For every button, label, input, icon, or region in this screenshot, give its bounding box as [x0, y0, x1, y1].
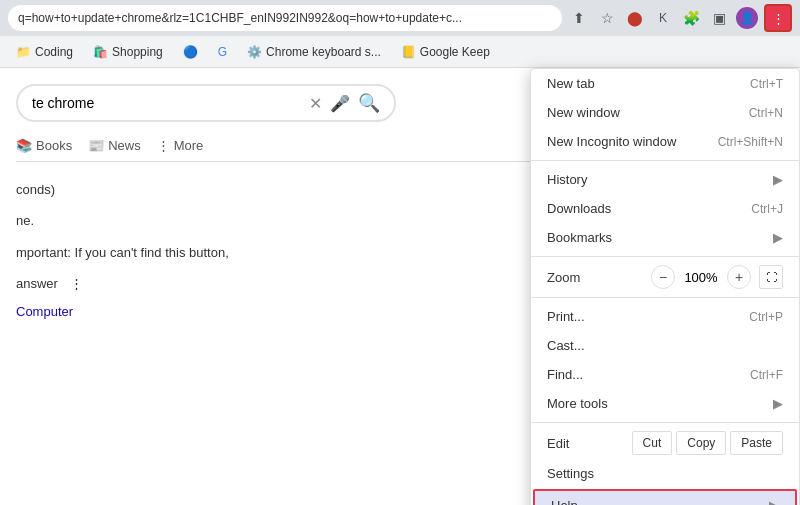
- menu-print[interactable]: Print... Ctrl+P: [531, 302, 799, 331]
- zoom-increase-button[interactable]: +: [727, 265, 751, 289]
- paste-button[interactable]: Paste: [730, 431, 783, 455]
- computer-link[interactable]: Computer: [16, 304, 73, 319]
- tab-more-label: More: [174, 138, 204, 153]
- bookmarks-arrow-icon: ▶: [773, 230, 783, 245]
- chrome-icon: ⚙️: [247, 45, 262, 59]
- new-incognito-label: New Incognito window: [547, 134, 676, 149]
- history-label: History: [547, 172, 587, 187]
- new-incognito-shortcut: Ctrl+Shift+N: [718, 135, 783, 149]
- more-tools-arrow-icon: ▶: [773, 396, 783, 411]
- search-box[interactable]: ✕ 🎤 🔍: [16, 84, 396, 122]
- bookmark-site2[interactable]: G: [210, 42, 235, 62]
- shopping-icon: 🛍️: [93, 45, 108, 59]
- help-label: Help: [551, 498, 578, 505]
- more-icon: ⋮: [157, 138, 170, 153]
- url-bar[interactable]: q=how+to+update+chrome&rlz=1C1CHBF_enIN9…: [8, 5, 562, 31]
- bookmark-shopping[interactable]: 🛍️ Shopping: [85, 42, 171, 62]
- menu-cast[interactable]: Cast...: [531, 331, 799, 360]
- bookmark-star-icon[interactable]: ☆: [596, 7, 618, 29]
- browser-icons: ⬆ ☆ ⬤ K 🧩 ▣ 👤 ⋮: [568, 4, 792, 32]
- avatar-icon[interactable]: 👤: [736, 7, 758, 29]
- menu-bookmarks[interactable]: Bookmarks ▶: [531, 223, 799, 252]
- bookmarks-label: Bookmarks: [547, 230, 612, 245]
- clear-icon[interactable]: ✕: [309, 94, 322, 113]
- help-arrow-icon: ▶: [769, 498, 779, 505]
- copy-button[interactable]: Copy: [676, 431, 726, 455]
- downloads-label: Downloads: [547, 201, 611, 216]
- divider-1: [531, 160, 799, 161]
- downloads-shortcut: Ctrl+J: [751, 202, 783, 216]
- print-label: Print...: [547, 309, 585, 324]
- menu-find[interactable]: Find... Ctrl+F: [531, 360, 799, 389]
- folder-icon: 📁: [16, 45, 31, 59]
- new-window-shortcut: Ctrl+N: [749, 106, 783, 120]
- more-tools-label: More tools: [547, 396, 608, 411]
- menu-new-tab[interactable]: New tab Ctrl+T: [531, 69, 799, 98]
- zoom-value: 100%: [683, 270, 719, 285]
- keep-icon: 📒: [401, 45, 416, 59]
- menu-downloads[interactable]: Downloads Ctrl+J: [531, 194, 799, 223]
- site1-icon: 🔵: [183, 45, 198, 59]
- share-icon[interactable]: ⬆: [568, 7, 590, 29]
- bookmark-keep-label: Google Keep: [420, 45, 490, 59]
- tab-books-label: Books: [36, 138, 72, 153]
- opera-icon[interactable]: ⬤: [624, 7, 646, 29]
- fullscreen-button[interactable]: ⛶: [759, 265, 783, 289]
- new-window-label: New window: [547, 105, 620, 120]
- cast-label: Cast...: [547, 338, 585, 353]
- sidebar-icon[interactable]: ▣: [708, 7, 730, 29]
- site2-icon: G: [218, 45, 227, 59]
- history-arrow-icon: ▶: [773, 172, 783, 187]
- menu-new-window[interactable]: New window Ctrl+N: [531, 98, 799, 127]
- tab-news[interactable]: 📰 News: [88, 138, 141, 153]
- answer-menu-icon[interactable]: ⋮: [70, 276, 83, 291]
- zoom-decrease-button[interactable]: −: [651, 265, 675, 289]
- divider-2: [531, 256, 799, 257]
- divider-4: [531, 422, 799, 423]
- bookmark-google-keep[interactable]: 📒 Google Keep: [393, 42, 498, 62]
- tab-more[interactable]: ⋮ More: [157, 138, 204, 153]
- settings-label: Settings: [547, 466, 594, 481]
- edit-buttons: Cut Copy Paste: [632, 431, 783, 455]
- bookmark-shopping-label: Shopping: [112, 45, 163, 59]
- books-icon: 📚: [16, 138, 32, 153]
- menu-new-incognito[interactable]: New Incognito window Ctrl+Shift+N: [531, 127, 799, 156]
- browser-bar: q=how+to+update+chrome&rlz=1C1CHBF_enIN9…: [0, 0, 800, 36]
- chrome-menu: New tab Ctrl+T New window Ctrl+N New Inc…: [530, 68, 800, 505]
- edit-row: Edit Cut Copy Paste: [531, 427, 799, 459]
- bookmarks-bar: 📁 Coding 🛍️ Shopping 🔵 G ⚙️ Chrome keybo…: [0, 36, 800, 68]
- tab-books[interactable]: 📚 Books: [16, 138, 72, 153]
- divider-3: [531, 297, 799, 298]
- find-shortcut: Ctrl+F: [750, 368, 783, 382]
- cut-button[interactable]: Cut: [632, 431, 673, 455]
- zoom-label: Zoom: [547, 270, 643, 285]
- zoom-row: Zoom − 100% + ⛶: [531, 261, 799, 293]
- extension-icon[interactable]: 🧩: [680, 7, 702, 29]
- bookmark-site1[interactable]: 🔵: [175, 42, 206, 62]
- search-icon[interactable]: 🔍: [358, 92, 380, 114]
- news-icon: 📰: [88, 138, 104, 153]
- answer-label: answer: [16, 276, 58, 291]
- url-text: q=how+to+update+chrome&rlz=1C1CHBF_enIN9…: [18, 11, 552, 25]
- mic-icon[interactable]: 🎤: [330, 94, 350, 113]
- content-area: ✕ 🎤 🔍 📚 Books 📰 News ⋮ More Tools: [0, 68, 800, 505]
- edit-label: Edit: [547, 436, 632, 451]
- menu-more-tools[interactable]: More tools ▶: [531, 389, 799, 418]
- menu-settings[interactable]: Settings: [531, 459, 799, 488]
- bookmark-chrome-label: Chrome keyboard s...: [266, 45, 381, 59]
- tab-news-label: News: [108, 138, 141, 153]
- search-icons: ✕ 🎤 🔍: [309, 92, 380, 114]
- new-tab-label: New tab: [547, 76, 595, 91]
- bookmark-coding-label: Coding: [35, 45, 73, 59]
- profile-icon[interactable]: K: [652, 7, 674, 29]
- find-label: Find...: [547, 367, 583, 382]
- zoom-controls: − 100% + ⛶: [651, 265, 783, 289]
- menu-history[interactable]: History ▶: [531, 165, 799, 194]
- bookmark-coding[interactable]: 📁 Coding: [8, 42, 81, 62]
- menu-button[interactable]: ⋮: [764, 4, 792, 32]
- bookmark-chrome-keyboard[interactable]: ⚙️ Chrome keyboard s...: [239, 42, 389, 62]
- search-input[interactable]: [32, 95, 309, 111]
- print-shortcut: Ctrl+P: [749, 310, 783, 324]
- new-tab-shortcut: Ctrl+T: [750, 77, 783, 91]
- menu-help[interactable]: Help ▶ About Google Chrome What's New He…: [533, 489, 797, 505]
